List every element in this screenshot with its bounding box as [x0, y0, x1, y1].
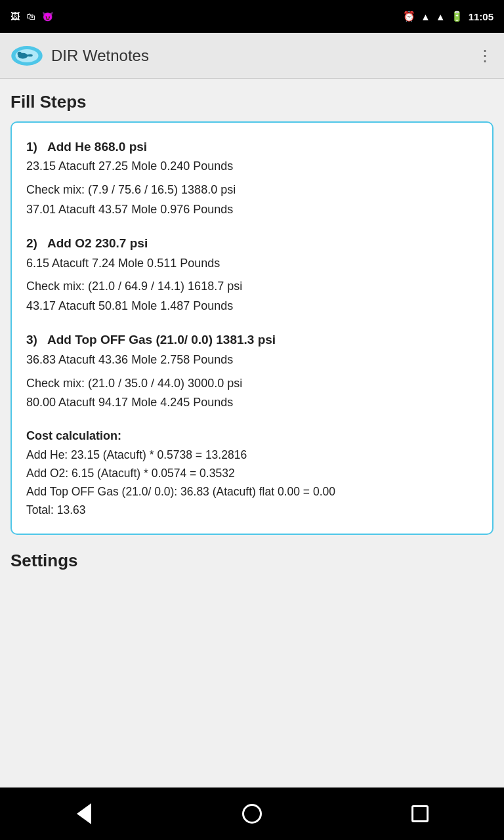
cost-line-3: Add Top OFF Gas (21.0/ 0.0): 36.83 (Atac…	[26, 482, 478, 501]
main-content: Fill Steps 1) Add He 868.0 psi 23.15 Ata…	[0, 79, 504, 788]
recents-button[interactable]	[400, 794, 440, 833]
step-3-number: 3)	[26, 333, 37, 346]
step-1-check-line2: 37.01 Atacuft 43.57 Mole 0.976 Pounds	[26, 201, 478, 219]
bottom-nav	[0, 788, 504, 840]
step-3: 3) Add Top OFF Gas (21.0/ 0.0) 1381.3 ps…	[26, 330, 478, 412]
step-1-line1: 23.15 Atacuft 27.25 Mole 0.240 Pounds	[26, 158, 478, 176]
fill-steps-title: Fill Steps	[10, 92, 494, 112]
battery-icon: 🔋	[451, 10, 463, 22]
signal-icon: ▲	[436, 11, 446, 22]
svg-point-3	[18, 51, 22, 55]
image-icon: 🖼	[10, 11, 20, 22]
alarm-icon: ⏰	[403, 10, 415, 22]
settings-title: Settings	[10, 551, 494, 571]
cost-line-4: Total: 13.63	[26, 501, 478, 519]
step-2-check-line2: 43.17 Atacuft 50.81 Mole 1.487 Pounds	[26, 297, 478, 316]
step-2-check: Check mix: (21.0 / 64.9 / 14.1) 1618.7 p…	[26, 278, 478, 316]
step-3-title: Add Top OFF Gas (21.0/ 0.0) 1381.3 psi	[47, 333, 276, 346]
step-3-check: Check mix: (21.0 / 35.0 / 44.0) 3000.0 p…	[26, 375, 478, 413]
shopping-icon: 🛍	[26, 11, 35, 22]
cost-line-2: Add O2: 6.15 (Atacuft) * 0.0574 = 0.3532	[26, 464, 478, 482]
devil-icon: 😈	[42, 11, 53, 22]
step-2: 2) Add O2 230.7 psi 6.15 Atacuft 7.24 Mo…	[26, 234, 478, 316]
status-bar: 🖼 🛍 😈 ⏰ ▲ ▲ 🔋 11:05	[0, 0, 504, 33]
back-icon	[77, 803, 91, 824]
step-1-title: Add He 868.0 psi	[47, 140, 147, 154]
overflow-menu-button[interactable]: ⋮	[477, 47, 494, 65]
cost-line-1: Add He: 23.15 (Atacuft) * 0.5738 = 13.28…	[26, 446, 478, 464]
app-bar-left: DIR Wetnotes	[10, 45, 149, 67]
step-1-header: 1) Add He 868.0 psi	[26, 137, 478, 156]
step-1-check: Check mix: (7.9 / 75.6 / 16.5) 1388.0 ps…	[26, 181, 478, 219]
app-title: DIR Wetnotes	[51, 47, 149, 65]
step-3-check-line2: 80.00 Atacuft 94.17 Mole 4.245 Pounds	[26, 394, 478, 412]
clock-time: 11:05	[469, 11, 494, 22]
step-2-check-line1: Check mix: (21.0 / 64.9 / 14.1) 1618.7 p…	[26, 278, 478, 296]
home-icon	[242, 804, 262, 824]
recents-icon	[411, 805, 429, 822]
status-bar-left-icons: 🖼 🛍 😈	[10, 11, 53, 22]
app-logo	[10, 45, 43, 67]
fill-steps-card: 1) Add He 868.0 psi 23.15 Atacuft 27.25 …	[10, 121, 494, 535]
status-bar-right: ⏰ ▲ ▲ 🔋 11:05	[403, 10, 494, 22]
svg-point-5	[28, 54, 33, 56]
step-2-number: 2)	[26, 236, 37, 250]
cost-block: Cost calculation: Add He: 23.15 (Atacuft…	[26, 427, 478, 519]
step-3-check-line1: Check mix: (21.0 / 35.0 / 44.0) 3000.0 p…	[26, 375, 478, 393]
step-1: 1) Add He 868.0 psi 23.15 Atacuft 27.25 …	[26, 137, 478, 219]
cost-title: Cost calculation:	[26, 427, 478, 446]
wifi-icon: ▲	[421, 11, 430, 22]
home-button[interactable]	[232, 794, 272, 833]
step-2-line1: 6.15 Atacuft 7.24 Mole 0.511 Pounds	[26, 255, 478, 273]
step-3-header: 3) Add Top OFF Gas (21.0/ 0.0) 1381.3 ps…	[26, 330, 478, 349]
step-2-title: Add O2 230.7 psi	[47, 236, 148, 250]
step-1-number: 1)	[26, 140, 37, 154]
step-2-header: 2) Add O2 230.7 psi	[26, 234, 478, 253]
step-3-line1: 36.83 Atacuft 43.36 Mole 2.758 Pounds	[26, 351, 478, 369]
app-bar: DIR Wetnotes ⋮	[0, 33, 504, 79]
back-button[interactable]	[64, 794, 104, 833]
step-1-check-line1: Check mix: (7.9 / 75.6 / 16.5) 1388.0 ps…	[26, 181, 478, 200]
